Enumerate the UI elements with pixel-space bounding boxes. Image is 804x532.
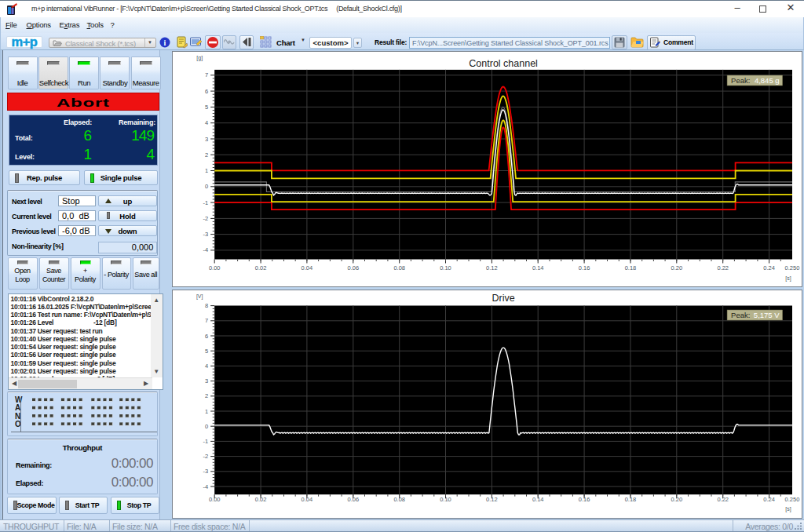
svg-text:0.14: 0.14	[532, 496, 543, 503]
svg-text:7: 7	[205, 317, 208, 324]
svg-text:0.22: 0.22	[717, 264, 729, 271]
svg-text:6: 6	[205, 333, 208, 340]
svg-text:-4: -4	[203, 483, 208, 490]
svg-text:2: 2	[205, 151, 208, 159]
svg-text:3: 3	[205, 377, 208, 384]
svg-text:0.00: 0.00	[208, 496, 220, 503]
svg-text:0.18: 0.18	[624, 264, 636, 271]
svg-text:3: 3	[205, 136, 208, 143]
svg-text:0: 0	[205, 183, 208, 190]
svg-text:0.02: 0.02	[254, 496, 266, 503]
svg-text:0.02: 0.02	[254, 264, 266, 271]
svg-text:0.18: 0.18	[624, 496, 636, 503]
svg-text:0.16: 0.16	[578, 264, 590, 271]
svg-text:4,845 g: 4,845 g	[754, 76, 779, 85]
svg-text:Peak:: Peak:	[731, 311, 750, 319]
svg-text:Drive: Drive	[492, 293, 514, 304]
svg-text:0.250: 0.250	[784, 496, 799, 503]
svg-text:0.08: 0.08	[393, 264, 405, 271]
svg-text:1: 1	[205, 408, 208, 415]
svg-text:6: 6	[205, 88, 208, 95]
svg-text:[s]: [s]	[785, 275, 791, 282]
svg-text:-3: -3	[203, 468, 208, 475]
svg-text:0.06: 0.06	[347, 264, 359, 271]
svg-text:0: 0	[205, 423, 208, 430]
svg-text:0.12: 0.12	[486, 496, 498, 503]
svg-text:0.24: 0.24	[763, 496, 775, 503]
svg-text:0.10: 0.10	[440, 496, 451, 503]
svg-text:-2: -2	[203, 215, 208, 222]
svg-text:O: O	[15, 420, 21, 428]
svg-text:[V]: [V]	[196, 293, 203, 300]
svg-text:[g]: [g]	[196, 55, 203, 61]
svg-text:-4: -4	[203, 246, 208, 253]
svg-text:0.14: 0.14	[532, 264, 543, 271]
svg-text:0.06: 0.06	[347, 496, 359, 503]
svg-text:Control channel: Control channel	[469, 58, 538, 69]
svg-text:-2: -2	[203, 453, 208, 460]
svg-text:0.10: 0.10	[440, 264, 451, 271]
svg-text:0.00: 0.00	[208, 264, 220, 271]
svg-text:4: 4	[205, 363, 208, 370]
svg-text:0.250: 0.250	[784, 264, 799, 271]
svg-text:-1: -1	[203, 199, 208, 206]
svg-text:5: 5	[205, 348, 208, 355]
svg-text:[s]: [s]	[785, 506, 791, 512]
svg-text:2: 2	[205, 392, 208, 399]
svg-text:0.12: 0.12	[486, 264, 498, 271]
svg-text:0.08: 0.08	[393, 496, 405, 503]
svg-text:0.04: 0.04	[301, 496, 312, 503]
svg-text:-1: -1	[203, 438, 208, 445]
svg-text:1: 1	[205, 167, 208, 174]
svg-text:Peak:: Peak:	[731, 76, 750, 85]
svg-text:8: 8	[205, 302, 208, 309]
svg-text:7: 7	[205, 71, 208, 78]
svg-text:0.20: 0.20	[671, 496, 682, 503]
svg-text:i: i	[164, 38, 166, 47]
svg-text:-3: -3	[203, 231, 208, 238]
svg-text:0.16: 0.16	[578, 496, 590, 503]
svg-text:4: 4	[205, 119, 208, 126]
svg-text:0.24: 0.24	[763, 264, 775, 271]
svg-text:5,175 V: 5,175 V	[753, 311, 779, 319]
svg-text:5: 5	[205, 104, 208, 111]
svg-text:0.04: 0.04	[301, 264, 312, 271]
svg-text:0.22: 0.22	[717, 496, 729, 503]
svg-text:0.20: 0.20	[671, 264, 682, 271]
